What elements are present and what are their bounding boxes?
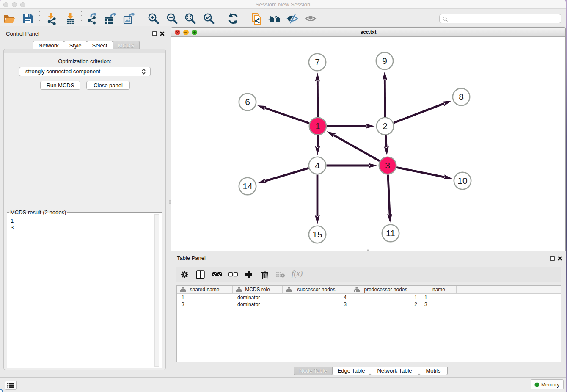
- svg-text:2: 2: [383, 121, 388, 131]
- svg-text:6: 6: [245, 97, 250, 107]
- svg-text:8: 8: [459, 92, 464, 102]
- svg-text:15: 15: [312, 229, 322, 239]
- svg-text:14: 14: [242, 181, 253, 191]
- svg-text:1: 1: [315, 121, 320, 131]
- svg-text:4: 4: [315, 160, 320, 170]
- svg-text:3: 3: [385, 160, 390, 170]
- svg-text:7: 7: [315, 57, 320, 67]
- svg-text:9: 9: [382, 56, 387, 66]
- svg-text:11: 11: [386, 228, 395, 238]
- svg-text:10: 10: [457, 176, 467, 185]
